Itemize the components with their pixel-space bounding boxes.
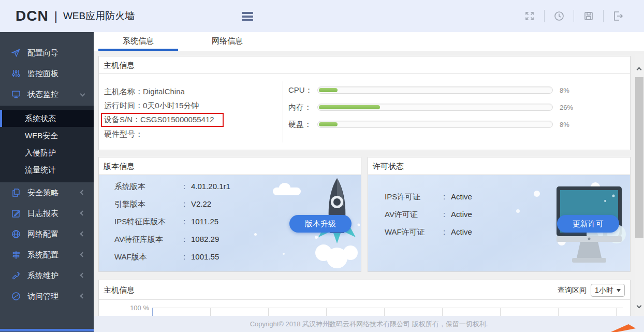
decor-dot <box>516 209 520 213</box>
scrollbar-thumb[interactable] <box>635 77 643 238</box>
sidebar-item-label: 网络配置 <box>27 229 58 239</box>
ips-signature-version-row: IPS特征库版本:1011.25 <box>114 216 230 227</box>
resource-meters: CPU： 8% 内存： 26% 硬盘： 8% <box>288 85 580 136</box>
orange-ribbon-art <box>611 324 636 332</box>
range-select-value: 1小时 <box>595 286 613 295</box>
panel-title: 版本信息 <box>99 157 361 175</box>
sidebar-item-label: 日志报表 <box>27 209 58 219</box>
globe-icon <box>11 229 21 239</box>
sub-item-label: 系统状态 <box>25 114 56 123</box>
chevron-down-icon <box>80 92 85 97</box>
av-signature-version-row: AV特征库版本:1082.29 <box>114 234 230 244</box>
waf-app-window: DCN | WEB应用防火墙 <box>0 0 644 332</box>
panel-title: 许可状态 <box>368 157 630 175</box>
clock-icon[interactable] <box>545 10 574 22</box>
documents-icon <box>11 188 21 197</box>
sidebar-item-monitor-panel[interactable]: 监控面板 <box>0 63 94 84</box>
host-name-row: 主机名称：DigitalChina <box>104 86 224 97</box>
version-upgrade-button[interactable]: 版本升级 <box>289 215 352 233</box>
footer: Copyright© 2018 武汉神州数码云科网络技术有限公司 版权所有，保留… <box>94 316 644 332</box>
memory-meter-row: 内存： 26% <box>288 102 580 112</box>
update-license-button[interactable]: 更新许可 <box>557 215 619 233</box>
cpu-meter-row: CPU： 8% <box>288 85 580 95</box>
version-info-panel: 版本信息 系统版本:4.01.20.1r1 引擎版本:V2.2 <box>98 157 361 272</box>
chart-controls: 查询区间 1小时 <box>558 284 625 297</box>
query-range-label: 查询区间 <box>558 286 587 295</box>
disk-percent: 8% <box>560 121 580 128</box>
uptime-row: 运行时间：0天0小时15分钟 <box>104 100 224 111</box>
logout-icon[interactable] <box>604 10 633 22</box>
panel-divider <box>283 81 283 142</box>
system-version-row: 系统版本:4.01.20.1r1 <box>114 181 230 192</box>
logo-separator: | <box>54 9 57 23</box>
sidebar-item-access-management[interactable]: 访问管理 <box>0 286 94 307</box>
y-axis-top-label: 100 % <box>127 304 149 312</box>
sidebar-item-label: 系统维护 <box>27 271 58 281</box>
tab-network-info[interactable]: 网络信息 <box>187 32 267 51</box>
chevron-left-icon <box>80 232 85 237</box>
header: DCN | WEB应用防火墙 <box>0 0 644 32</box>
disk-progress-bar <box>317 121 553 128</box>
range-select-dropdown[interactable]: 1小时 <box>591 284 625 297</box>
waf-license-row: WAF许可证:Active <box>385 227 472 237</box>
page-title: WEB应用防火墙 <box>63 9 135 23</box>
sidebar-item-log-report[interactable]: 日志报表 <box>0 203 94 224</box>
sidebar-bottom-accent <box>0 329 94 331</box>
sidebar-item-status-monitor[interactable]: 状态监控 <box>0 84 94 105</box>
sub-item-label: 入侵防护 <box>25 148 56 157</box>
disk-meter-row: 硬盘： 8% <box>288 119 580 129</box>
menu-toggle-icon[interactable] <box>242 12 253 23</box>
monitor-icon <box>11 90 21 99</box>
save-icon[interactable] <box>574 10 603 22</box>
sidebar-item-intrusion-prevention[interactable]: 入侵防护 <box>0 144 94 161</box>
version-rows: 系统版本:4.01.20.1r1 引擎版本:V2.22 IPS特征库版本:101… <box>114 181 230 269</box>
chevron-left-icon <box>80 273 85 278</box>
scroll-down-icon[interactable] <box>637 304 642 309</box>
status-monitor-submenu: 系统状态 WEB安全 入侵防护 流量统计 <box>0 106 94 182</box>
sidebar-item-system-maintenance[interactable]: 系统维护 <box>0 265 94 286</box>
waf-version-row: WAF版本:1001.55 <box>114 252 230 262</box>
brand: DCN | WEB应用防火墙 <box>16 0 135 32</box>
sidebar-item-network-config[interactable]: 网络配置 <box>0 224 94 244</box>
host-fields: 主机名称：DigitalChina 运行时间：0天0小时15分钟 设备S/N：C… <box>104 86 224 143</box>
wrench-icon <box>11 271 21 280</box>
av-license-row: AV许可证:Active <box>385 209 472 220</box>
chevron-left-icon <box>80 252 85 257</box>
device-sn-row: 设备S/N：CSGS015000055412 <box>104 114 224 125</box>
header-toolbar <box>515 0 633 32</box>
vertical-scrollbar[interactable] <box>635 54 644 316</box>
copyright-text: Copyright© 2018 武汉神州数码云科网络技术有限公司 版权所有，保留… <box>250 320 488 328</box>
chart-panel-header: 主机信息 查询区间 1小时 <box>99 280 630 300</box>
device-sn-highlight-box: 设备S/N：CSGS015000055412 <box>101 113 224 127</box>
scroll-up-icon[interactable] <box>637 67 642 73</box>
cpu-percent: 8% <box>560 86 580 94</box>
sidebar-item-label: 配置向导 <box>27 48 58 58</box>
chevron-left-icon <box>80 211 85 216</box>
hardware-model-row: 硬件型号： <box>104 129 224 139</box>
chevron-left-icon <box>80 190 85 195</box>
engine-version-row: 引擎版本:V2.22 <box>114 199 230 209</box>
license-panel-body: IPS许可证:Active AV许可证:Active WAF许可证:Active… <box>368 175 630 271</box>
tab-label: 网络信息 <box>212 36 243 45</box>
sidebar-item-label: 安全策略 <box>27 188 58 198</box>
sidebar-item-traffic-stats[interactable]: 流量统计 <box>0 161 94 178</box>
decor-dot <box>534 191 540 197</box>
host-info-panel: 主机信息 主机名称：DigitalChina 运行时间：0天0小时15分钟 设备… <box>98 56 631 150</box>
dcn-logo: DCN <box>16 8 49 24</box>
decor-dot <box>254 233 257 236</box>
sidebar-item-label: 状态监控 <box>27 90 58 99</box>
sidebar-item-security-policy[interactable]: 安全策略 <box>0 182 94 203</box>
tab-system-info[interactable]: 系统信息 <box>98 32 178 51</box>
paper-plane-icon <box>11 48 21 57</box>
sidebar-item-config-wizard[interactable]: 配置向导 <box>0 42 94 63</box>
sidebar-item-web-security[interactable]: WEB安全 <box>0 127 94 144</box>
sliders-icon <box>11 69 21 78</box>
block-icon <box>11 292 21 301</box>
sidebar-item-system-config[interactable]: 系统配置 <box>0 244 94 265</box>
tab-label: 系统信息 <box>123 36 154 45</box>
sidebar-item-label: 系统配置 <box>27 250 58 260</box>
sidebar-item-system-status[interactable]: 系统状态 <box>0 110 94 127</box>
version-panel-body: 系统版本:4.01.20.1r1 引擎版本:V2.22 IPS特征库版本:101… <box>99 175 361 271</box>
fullscreen-icon[interactable] <box>515 10 544 22</box>
sidebar-item-label: 访问管理 <box>27 292 58 301</box>
